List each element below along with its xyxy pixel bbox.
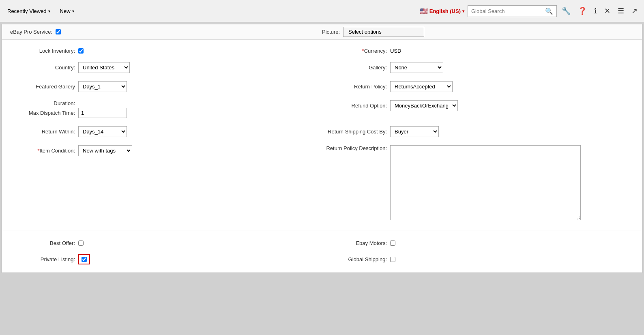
country-select[interactable]: United States Canada United Kingdom Aust… <box>78 62 130 73</box>
top-partial-right: Picture: Select options <box>322 27 634 37</box>
divider <box>2 230 642 230</box>
featured-gallery-left: Featured Gallery Days_1 Days_3 Days_5 Da… <box>10 81 322 92</box>
new-btn[interactable]: New ▾ <box>56 6 78 17</box>
item-condition-select[interactable]: New with tags New without tags New with … <box>78 145 132 156</box>
ebay-motors-checkbox[interactable] <box>390 241 395 246</box>
ebay-pro-service-checkbox[interactable] <box>56 29 61 34</box>
lock-inventory-label: Lock Inventory: <box>10 48 75 54</box>
private-listing-shipping-row: Private Listing: Global Shipping: <box>10 250 634 268</box>
search-container: 🔍 <box>468 5 557 17</box>
lang-label: English (US) <box>429 8 461 14</box>
menu-icon-btn[interactable]: ☰ <box>614 4 627 18</box>
best-offer-motors-row: Best Offer: Ebay Motors: <box>10 236 634 250</box>
search-button[interactable]: 🔍 <box>545 7 553 15</box>
main-content: eBay Pro Service: Picture: Select option… <box>2 24 642 273</box>
country-left: Country: United States Canada United Kin… <box>10 62 322 73</box>
best-offer-left: Best Offer: <box>10 240 322 246</box>
lang-chevron: ▾ <box>462 9 464 13</box>
global-shipping-label: Global Shipping: <box>322 256 387 262</box>
topbar: Recently Viewed ▾ New ▾ 🇺🇸 English (US) … <box>0 0 644 22</box>
duration-refund-row: Duration: Max Dispatch Time: Refund Opti… <box>10 96 634 122</box>
recently-viewed-btn[interactable]: Recently Viewed ▾ <box>3 6 54 17</box>
close-icon-btn[interactable]: ✕ <box>601 4 614 18</box>
currency-value: USD <box>390 48 401 54</box>
wrench-icon-btn[interactable]: 🔧 <box>558 4 574 18</box>
topbar-right: 🔧 ❓ ℹ ✕ ☰ ↗ <box>558 4 641 18</box>
gallery-label: Gallery: <box>322 64 387 71</box>
export-icon-btn[interactable]: ↗ <box>628 4 641 18</box>
gallery-select[interactable]: None Gallery Gallery Plus Featured Galle… <box>390 62 443 73</box>
featured-gallery-label: Featured Gallery <box>10 84 75 90</box>
featured-gallery-select[interactable]: Days_1 Days_3 Days_5 Days_7 <box>78 81 127 92</box>
private-listing-label: Private Listing: <box>10 256 75 262</box>
help-icon-btn[interactable]: ❓ <box>575 4 590 18</box>
flag-icon: 🇺🇸 <box>420 7 428 15</box>
info-icon-btn[interactable]: ℹ <box>591 4 600 18</box>
private-listing-left: Private Listing: <box>10 254 322 264</box>
ebay-motors-right: Ebay Motors: <box>322 240 634 246</box>
max-dispatch-label: Max Dispatch Time: <box>10 110 75 116</box>
private-listing-checkbox[interactable] <box>82 257 87 262</box>
currency-label: Currency: <box>322 48 387 54</box>
return-policy-label: Return Policy: <box>322 84 387 90</box>
lock-inventory-checkbox[interactable] <box>78 48 84 54</box>
topbar-left: Recently Viewed ▾ New ▾ <box>3 6 418 17</box>
select-options-btn[interactable]: Select options <box>343 27 424 37</box>
featured-gallery-return-policy-row: Featured Gallery Days_1 Days_3 Days_5 Da… <box>10 77 634 96</box>
bottom-section: Best Offer: Ebay Motors: Private Listing… <box>2 232 642 273</box>
best-offer-label: Best Offer: <box>10 240 75 246</box>
new-chevron: ▾ <box>72 9 74 13</box>
recently-viewed-chevron: ▾ <box>48 9 50 13</box>
return-policy-desc-textarea[interactable] <box>390 145 581 220</box>
country-gallery-row: Country: United States Canada United Kin… <box>10 58 634 77</box>
item-condition-label: Item Condition: <box>10 148 75 154</box>
return-policy-desc-right: Return Policy Description: <box>322 145 634 220</box>
recently-viewed-label: Recently Viewed <box>7 8 47 14</box>
lock-inventory-left: Lock Inventory: <box>10 48 322 54</box>
currency-right: Currency: USD <box>322 48 634 54</box>
lock-inventory-row: Lock Inventory: Currency: USD <box>10 44 634 58</box>
language-selector[interactable]: 🇺🇸 English (US) ▾ <box>420 7 464 15</box>
max-dispatch-input[interactable] <box>78 108 127 118</box>
best-offer-checkbox[interactable] <box>78 241 84 246</box>
item-condition-left: Item Condition: New with tags New withou… <box>10 145 322 156</box>
refund-option-right: Refund Option: MoneyBackOrExchang MoneyB… <box>322 100 634 111</box>
private-listing-highlight <box>78 254 90 264</box>
ebay-motors-label: Ebay Motors: <box>322 240 387 246</box>
global-shipping-checkbox[interactable] <box>390 257 395 262</box>
return-policy-right: Return Policy: ReturnsAccepted ReturnsNo… <box>322 81 634 92</box>
ebay-pro-service-label: eBay Pro Service: <box>10 29 52 35</box>
refund-option-select[interactable]: MoneyBackOrExchang MoneyBack Exchange <box>390 100 458 111</box>
new-label: New <box>60 8 71 14</box>
return-shipping-label: Return Shipping Cost By: <box>322 129 387 135</box>
return-within-shipping-row: Return Within: Days_14 Days_30 Days_60 R… <box>10 122 634 141</box>
return-within-select[interactable]: Days_14 Days_30 Days_60 <box>78 126 127 137</box>
picture-label: Picture: <box>322 29 340 35</box>
return-policy-desc-label: Return Policy Description: <box>322 145 387 151</box>
return-shipping-right: Return Shipping Cost By: Buyer Seller <box>322 126 634 137</box>
duration-left: Duration: Max Dispatch Time: <box>10 100 322 118</box>
top-partial-left: eBay Pro Service: <box>10 29 322 35</box>
return-policy-select[interactable]: ReturnsAccepted ReturnsNotAccepted <box>390 81 453 92</box>
form-section: Lock Inventory: Currency: USD Country: U… <box>2 40 642 228</box>
return-shipping-select[interactable]: Buyer Seller <box>390 126 439 137</box>
item-condition-desc-row: Item Condition: New with tags New withou… <box>10 141 634 224</box>
search-input[interactable] <box>471 8 543 14</box>
global-shipping-right: Global Shipping: <box>322 256 634 262</box>
country-label: Country: <box>10 64 75 71</box>
return-within-left: Return Within: Days_14 Days_30 Days_60 <box>10 126 322 137</box>
gallery-right: Gallery: None Gallery Gallery Plus Featu… <box>322 62 634 73</box>
top-partial-row: eBay Pro Service: Picture: Select option… <box>2 24 642 40</box>
duration-label: Duration: <box>10 100 75 106</box>
refund-option-label: Refund Option: <box>322 103 387 109</box>
return-within-label: Return Within: <box>10 129 75 135</box>
topbar-center: 🇺🇸 English (US) ▾ 🔍 <box>420 5 557 17</box>
